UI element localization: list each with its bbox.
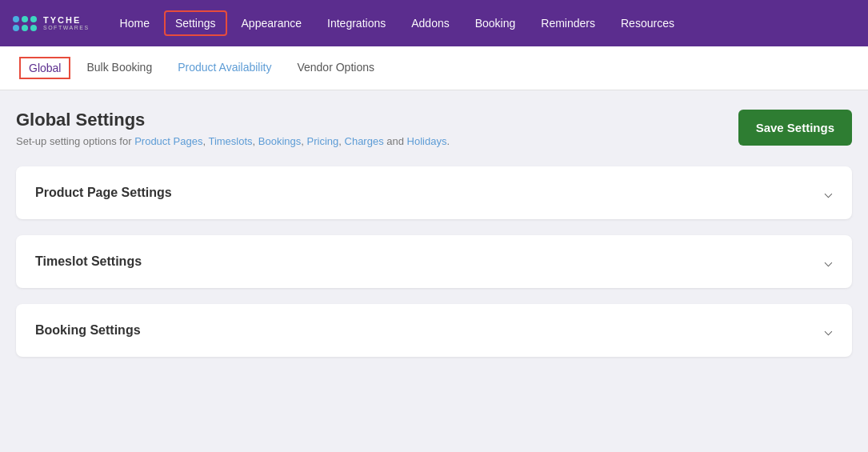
subnav-global[interactable]: Global [19, 57, 70, 79]
nav-items: Home Settings Appearance Integrations Ad… [109, 10, 855, 36]
sub-nav: Global Bulk Booking Product Availability… [0, 46, 868, 90]
chevron-down-icon: ⌵ [824, 184, 833, 202]
main-content: Global Settings Set-up setting options f… [0, 90, 868, 450]
nav-resources[interactable]: Resources [610, 10, 686, 36]
accordion-booking-header[interactable]: Booking Settings ⌵ [16, 304, 852, 357]
nav-settings[interactable]: Settings [164, 10, 227, 36]
dot-2 [22, 16, 28, 22]
nav-booking[interactable]: Booking [464, 10, 527, 36]
dot-1 [13, 16, 19, 22]
accordion-booking-title: Booking Settings [35, 323, 141, 338]
accordion-timeslot-header[interactable]: Timeslot Settings ⌵ [16, 235, 852, 288]
top-nav: TYCHE SOFTWARES Home Settings Appearance… [0, 0, 868, 46]
dot-3 [30, 16, 37, 22]
page-title: Global Settings [16, 110, 450, 130]
nav-home[interactable]: Home [109, 10, 161, 36]
dot-4 [13, 25, 19, 31]
chevron-down-icon-2: ⌵ [824, 253, 833, 270]
nav-reminders[interactable]: Reminders [530, 10, 606, 36]
save-settings-button[interactable]: Save Settings [738, 110, 852, 146]
nav-integrations[interactable]: Integrations [316, 10, 397, 36]
logo-tyche: TYCHE [43, 16, 90, 25]
dot-6 [30, 25, 37, 31]
logo-text: TYCHE SOFTWARES [43, 16, 90, 30]
dot-5 [22, 25, 28, 31]
subnav-bulk-booking[interactable]: Bulk Booking [74, 46, 165, 90]
accordion-timeslot-title: Timeslot Settings [35, 254, 142, 269]
nav-appearance[interactable]: Appearance [230, 10, 314, 36]
subnav-product-availability[interactable]: Product Availability [165, 46, 284, 90]
subnav-vendor-options[interactable]: Vendor Options [284, 46, 387, 90]
logo-dots [13, 16, 37, 31]
chevron-down-icon-3: ⌵ [824, 322, 833, 339]
logo-softwares: SOFTWARES [43, 25, 90, 30]
nav-addons[interactable]: Addons [400, 10, 460, 36]
content-subtitle: Set-up setting options for Product Pages… [16, 135, 450, 147]
accordion-product-page-title: Product Page Settings [35, 186, 172, 200]
content-title-area: Global Settings Set-up setting options f… [16, 110, 450, 147]
accordion-product-page-header[interactable]: Product Page Settings ⌵ [16, 166, 852, 219]
content-header: Global Settings Set-up setting options f… [16, 110, 852, 147]
accordion-booking-settings: Booking Settings ⌵ [16, 304, 852, 357]
accordion-product-page-settings: Product Page Settings ⌵ [16, 166, 852, 219]
accordion-timeslot-settings: Timeslot Settings ⌵ [16, 235, 852, 288]
logo: TYCHE SOFTWARES [13, 16, 90, 31]
